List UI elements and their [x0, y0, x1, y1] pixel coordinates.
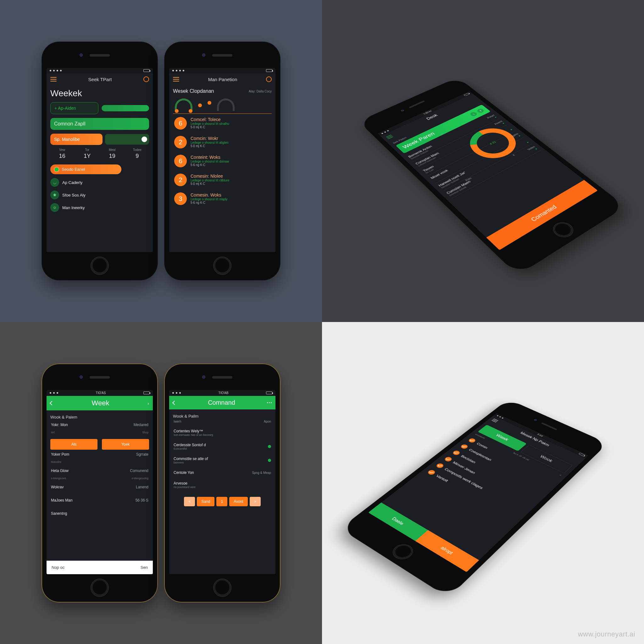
menu-item[interactable]: ◡ Ap Caderly [50, 178, 149, 187]
item-subtitle: Ledege o shosrul Irt dsinaw [191, 160, 270, 163]
item-subtitle: Ledege o shosrul Irt clibture [191, 179, 270, 182]
action-toggle-track[interactable] [105, 134, 149, 145]
menu-icon[interactable] [386, 135, 393, 139]
screen: Man Panetion Wesek Clopdanan Alay: Dalla… [169, 68, 275, 252]
content: Weekek + Ap-Aiden Comnon Zapll Sp. Manol… [47, 85, 153, 252]
front-camera [401, 109, 405, 112]
item-meta: 5·6 ng K·C [191, 163, 270, 167]
rank-badge: 2 [174, 174, 187, 186]
item-meta: 5·6 ng K·C [191, 201, 270, 204]
home-button[interactable] [213, 579, 231, 597]
list-item[interactable]: Cortentes Wely™ son-esmaate nas ol an be… [173, 426, 272, 440]
status-bar: TIO'AB [169, 390, 275, 396]
list-item[interactable]: Commsttle se atle ofbenvere [173, 453, 272, 467]
row-left: MaJoes Man [51, 498, 73, 502]
list-item[interactable]: 6 Conteint: Woks Ledege o shosrul Irt ds… [173, 152, 272, 170]
secondary-button[interactable] [102, 105, 149, 111]
menu-item-label: Ap Caderly [62, 180, 82, 185]
home-button[interactable] [213, 257, 231, 275]
item-subtitle: Ledege o shosrul Irt nlaply [191, 197, 270, 201]
item-meta: 5·0 mj K·C [191, 182, 270, 186]
menu-item-label: Man Ineerky [62, 205, 85, 210]
feature-toggle-label: Seodo Eanel [62, 167, 85, 172]
data-row-sub: Mrl.Shop [50, 428, 149, 436]
back-icon[interactable] [172, 400, 177, 405]
footer-left[interactable]: Nop oc [52, 565, 64, 570]
list-item[interactable]: 3 Comesin. Woks Ledege o shosrul Irt nla… [173, 189, 272, 208]
item-title: Centole Yon [174, 470, 194, 475]
pager-button[interactable]: Avont [229, 497, 247, 506]
list-item[interactable]: 2 Comcin: Wokr Ledege o shosrul Irt alig… [173, 133, 272, 152]
status-time: TIO'AS [96, 391, 106, 395]
footer-bar: Nop oc Sen [47, 561, 153, 574]
action-button[interactable]: Sp. Manolibe [50, 134, 103, 145]
list-item[interactable]: 2 Comesin: Nlolee Ledege o shosrul Irt c… [173, 170, 272, 189]
phone-frame: TIO'AB Comnand Wook & Pallm Iwerh Apon [164, 364, 280, 602]
menu-icon[interactable] [173, 77, 179, 81]
pager-prev-button[interactable]: < [184, 497, 195, 506]
info-icon[interactable] [143, 76, 149, 82]
pager-button[interactable]: Sand [197, 497, 214, 506]
stat-value: 1Y [75, 153, 99, 159]
check-icon [427, 469, 436, 475]
topbar-title: Seek TPart [88, 77, 112, 82]
leaf-icon: ❀ [50, 191, 59, 199]
row-left: Wokrav [51, 485, 64, 489]
item-title: Comesin. Woks [191, 192, 270, 197]
share-icon[interactable]: ⇪ [476, 108, 485, 114]
more-icon[interactable] [267, 402, 272, 403]
row-left: Yokr: Mon [51, 423, 68, 427]
item-meta: 5·0 mj K·C [191, 144, 270, 148]
list-item[interactable]: Centole Yon Spng & Meap [173, 467, 272, 478]
row-right: Sgrrate [136, 452, 148, 457]
home-button[interactable] [91, 579, 109, 597]
stats-grid: Vew Tor Meal Todee 16 1Y 19 9 [50, 148, 149, 159]
tab-button[interactable]: Yoek [102, 439, 149, 450]
quadrant-bottom-left: TIO'AS Week › Wook & Palem Yokr: MonMeda… [0, 322, 322, 644]
item-title: Conteint: Woks [191, 155, 270, 160]
data-row-sub [50, 491, 149, 496]
row-left: Sanentng [51, 511, 67, 516]
list-item[interactable]: 6 Comcel: Tolece Ledege o shosrul Irt sl… [173, 114, 272, 133]
status-dot-icon [268, 459, 271, 462]
info-icon[interactable] [266, 76, 272, 82]
back-icon[interactable] [50, 401, 54, 405]
home-button[interactable] [388, 541, 417, 562]
forward-icon[interactable]: › [147, 401, 149, 406]
item-title: Cortentes Wely™ [174, 429, 271, 433]
gauge-arc [175, 98, 192, 111]
menu-item[interactable]: ☺ Man Ineerky [50, 203, 149, 212]
add-button[interactable]: + Ap-Aiden [50, 102, 98, 114]
menu-item[interactable]: ❀ Sfoe Sos Aly [50, 191, 149, 199]
footer-right[interactable]: Sen [141, 565, 148, 570]
screen: Seek TPart Weekek + Ap-Aiden Comnon Zapl… [47, 68, 153, 252]
tab-button[interactable]: Als [50, 439, 97, 450]
item-meta: 5·0 mj K·C [191, 125, 270, 129]
section-subtitle: Wook & Pallm [173, 413, 272, 419]
home-button[interactable] [549, 219, 577, 240]
col-head: Apon [264, 420, 271, 423]
pager-next-button[interactable]: > [250, 497, 261, 506]
download-icon[interactable]: ↓ [469, 111, 478, 117]
close-icon[interactable]: × [558, 474, 562, 477]
status-bar [47, 68, 153, 73]
row-right: Medared [134, 423, 148, 427]
list-item[interactable]: Cerdesste Sontof dEoncentfel [173, 440, 272, 453]
item-title: Cerdesste Sontof d [174, 443, 206, 447]
menu-icon[interactable] [50, 77, 57, 81]
phone-speaker [212, 376, 232, 379]
rank-badge: 2 [174, 136, 187, 148]
pager-page[interactable]: 1 [216, 497, 227, 506]
item-title: Arvesoe [174, 481, 196, 486]
quadrant-top-right: 7:00 ln! Desk Iwrk Padon Week Paren ↓ ⇪ [322, 0, 644, 322]
phone-frame: 8 Ktf Mesek Np Pakm Wawk Wook cmontenh: [340, 399, 608, 597]
section-meta: Alay: Dalla Cocy [249, 90, 272, 93]
stat-label: Vew [50, 148, 74, 152]
feature-toggle-chip[interactable]: Seodo Eanel [50, 164, 121, 174]
home-button[interactable] [91, 257, 109, 275]
banner-button[interactable]: Comnon Zapll [50, 118, 149, 130]
front-camera [202, 53, 205, 57]
status-dot-icon [268, 445, 271, 448]
list-item[interactable]: Arvesoens pourstard vent [173, 478, 272, 492]
menu-icon[interactable] [491, 419, 498, 423]
